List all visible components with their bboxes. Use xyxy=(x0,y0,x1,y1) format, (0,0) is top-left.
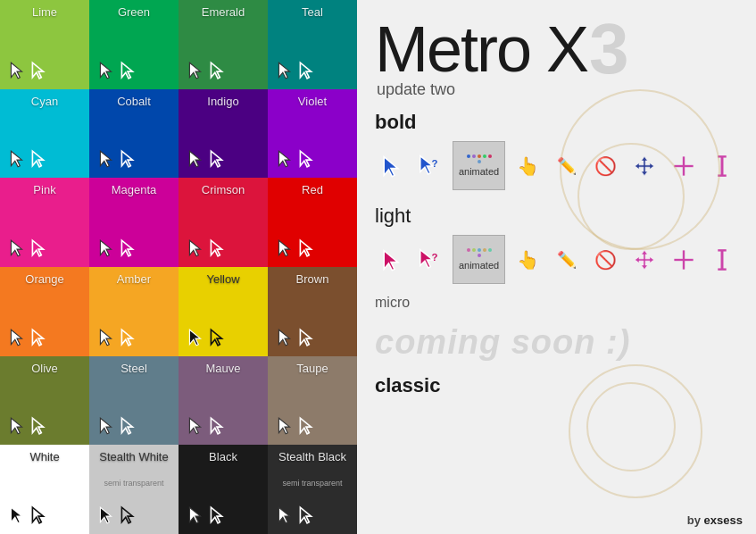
tile-label: Cyan xyxy=(7,95,82,108)
svg-marker-14 xyxy=(278,152,289,168)
tile-stealth-white[interactable]: Stealth Whitesemi transparent xyxy=(89,445,179,534)
tile-label: Lime xyxy=(7,5,82,19)
tile-violet[interactable]: Violet xyxy=(268,89,357,179)
coming-soon-text: coming soon :) xyxy=(357,314,756,371)
tile-cursors xyxy=(7,413,48,439)
light-hand-cursor[interactable]: 👆 xyxy=(512,244,544,276)
tile-black[interactable]: Black xyxy=(179,445,268,534)
tile-olive[interactable]: Olive xyxy=(0,356,89,446)
light-pencil-cursor[interactable]: ✏️ xyxy=(552,244,583,276)
tile-label: White xyxy=(7,450,82,463)
svg-marker-44 xyxy=(189,507,200,523)
tile-cursors xyxy=(96,413,137,439)
svg-marker-20 xyxy=(189,240,200,256)
tile-magenta[interactable]: Magenta xyxy=(89,178,179,267)
tile-cursors xyxy=(96,324,137,351)
tile-mauve[interactable]: Mauve xyxy=(179,356,268,446)
svg-marker-26 xyxy=(100,330,111,346)
tile-yellow[interactable]: Yellow xyxy=(179,267,268,356)
tile-cursors xyxy=(96,146,137,172)
tile-label: Stealth Black xyxy=(275,450,350,463)
tile-label: Amber xyxy=(96,272,171,286)
bold-cursor-row: ? animated 👆 ✏️ 🚫 xyxy=(357,138,756,197)
svg-marker-22 xyxy=(278,240,289,256)
tile-label: Teal xyxy=(275,5,350,19)
tile-red[interactable]: Red xyxy=(268,178,357,267)
tile-cursors xyxy=(186,502,227,529)
svg-marker-33 xyxy=(32,419,43,435)
tile-label: Orange xyxy=(7,272,82,286)
svg-marker-10 xyxy=(100,152,111,168)
tile-cursors xyxy=(7,324,48,351)
svg-marker-6 xyxy=(278,63,289,79)
svg-marker-19 xyxy=(121,240,132,256)
tile-amber[interactable]: Amber xyxy=(89,267,179,356)
tile-label: Olive xyxy=(7,362,82,375)
svg-marker-18 xyxy=(100,240,111,256)
svg-marker-21 xyxy=(211,240,221,256)
light-arrow-question-cursor[interactable]: ? xyxy=(413,244,444,276)
tile-label: Red xyxy=(275,183,350,196)
tile-cursors xyxy=(186,146,227,172)
svg-marker-16 xyxy=(11,240,21,256)
bold-arrow-cursor[interactable] xyxy=(375,150,406,182)
svg-marker-7 xyxy=(300,63,311,79)
tile-cursors xyxy=(275,413,316,439)
tile-white[interactable]: White xyxy=(0,445,89,534)
tile-cursors xyxy=(7,146,48,172)
classic-section-title: classic xyxy=(357,371,756,401)
tile-lime[interactable]: Lime xyxy=(0,0,89,89)
tile-steel[interactable]: Steel xyxy=(89,356,179,446)
bold-animated-cursor[interactable]: animated xyxy=(453,141,505,190)
tile-cursors xyxy=(275,146,316,172)
tile-label: Violet xyxy=(275,95,350,108)
brand-name: exsess xyxy=(704,513,743,527)
tile-crimson[interactable]: Crimson xyxy=(179,178,268,267)
svg-marker-11 xyxy=(121,152,132,168)
tile-stealth-black[interactable]: Stealth Blacksemi transparent xyxy=(268,445,357,534)
right-panel: Metro X 3 update two bold ? xyxy=(357,0,756,534)
bold-arrow-question-cursor[interactable]: ? xyxy=(413,150,444,182)
tile-emerald[interactable]: Emerald xyxy=(179,0,268,89)
tile-indigo[interactable]: Indigo xyxy=(179,89,268,179)
tile-cobalt[interactable]: Cobalt xyxy=(89,89,179,179)
bold-hand-cursor[interactable]: 👆 xyxy=(512,150,544,182)
tile-brown[interactable]: Brown xyxy=(268,267,357,356)
light-no-cursor[interactable]: 🚫 xyxy=(590,244,621,276)
light-cross-cursor[interactable] xyxy=(668,244,699,276)
tile-label: Magenta xyxy=(96,183,171,196)
light-arrow-cursor[interactable] xyxy=(375,244,406,276)
light-move-cursor[interactable] xyxy=(629,244,660,276)
svg-marker-9 xyxy=(32,152,43,168)
bold-text-cursor[interactable] xyxy=(707,150,738,182)
light-animated-cursor[interactable]: animated xyxy=(453,235,505,284)
version-badge: 3 xyxy=(589,13,627,85)
svg-marker-42 xyxy=(100,507,111,523)
tile-orange[interactable]: Orange xyxy=(0,267,89,356)
bold-no-cursor[interactable]: 🚫 xyxy=(590,150,621,182)
bold-cross-cursor[interactable] xyxy=(668,150,699,182)
tile-green[interactable]: Green xyxy=(89,0,179,89)
svg-marker-17 xyxy=(32,240,43,256)
tile-label: Steel xyxy=(96,362,171,375)
tile-cursors xyxy=(275,502,316,529)
light-text-cursor[interactable] xyxy=(707,244,738,276)
tile-cursors xyxy=(186,413,227,439)
light-section-title: light xyxy=(357,197,756,231)
tile-cursors xyxy=(96,235,137,262)
svg-marker-37 xyxy=(211,419,221,435)
svg-marker-56 xyxy=(384,250,398,270)
tile-cursors xyxy=(7,502,48,529)
app-title: Metro X 3 xyxy=(375,13,738,85)
tile-teal[interactable]: Teal xyxy=(268,0,357,89)
svg-marker-31 xyxy=(300,330,311,346)
tile-cyan[interactable]: Cyan xyxy=(0,89,89,179)
tile-cursors xyxy=(186,235,227,262)
tile-label: Mauve xyxy=(186,362,261,375)
tile-taupe[interactable]: Taupe xyxy=(268,356,357,446)
svg-marker-4 xyxy=(189,63,200,79)
bold-move-cursor[interactable] xyxy=(629,150,660,182)
tile-pink[interactable]: Pink xyxy=(0,178,89,267)
bold-pencil-cursor[interactable]: ✏️ xyxy=(552,150,583,182)
svg-marker-12 xyxy=(189,152,200,168)
